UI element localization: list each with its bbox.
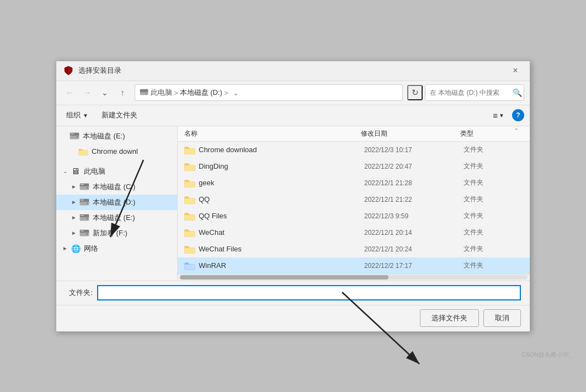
col-header-name[interactable]: 名称 [184,129,361,138]
file-row-wechat[interactable]: WeChat 2022/12/1 20:14 文件夹 [178,224,530,241]
horizontal-scrollbar[interactable] [178,274,530,281]
new-folder-button[interactable]: 新建文件夹 [97,108,142,122]
sidebar-local-e-top-label: 本地磁盘 (E:) [83,131,125,141]
sidebar-local-c-label: 本地磁盘 (C:) [93,182,135,192]
main-content: 本地磁盘 (E:) Chrome downl ⌄ 🖥 此电脑 [56,126,530,281]
file-list: Chrome download 2022/12/3 10:17 文件夹 Ding… [178,142,530,274]
new-vol-f-expand-icon: ► [70,229,78,238]
file-row-qq[interactable]: QQ 2022/12/1 21:22 文件夹 [178,191,530,208]
nav-bar: ← → ⌄ ↑ 此电脑 > 本地磁盘 (D:) > ⌄ ↻ 🔍 [56,81,530,105]
file-type-winrar: 文件夹 [464,261,523,270]
scrollbar-thumb [180,275,388,280]
toolbar: 组织 ▼ 新建文件夹 ≡ ▼ ? [56,105,530,126]
sidebar-item-local-d[interactable]: ► 本地磁盘 (D:) [56,195,177,210]
search-input[interactable] [430,89,513,96]
help-label: ? [516,111,520,119]
sidebar-item-chrome-download[interactable]: Chrome downl [56,144,177,159]
help-button[interactable]: ? [512,109,524,121]
network-icon: 🌐 [71,244,81,253]
sidebar-item-local-c[interactable]: ► 本地磁盘 (C:) [56,179,177,195]
file-name-chrome: Chrome download [199,146,364,154]
search-bar[interactable]: 🔍 [425,84,524,101]
folder-icon-chrome [184,144,195,155]
forward-button[interactable]: → [79,85,95,100]
file-name-geek: geek [199,179,364,187]
refresh-button[interactable]: ↻ [407,85,423,100]
folder-icon-wechat-files [184,244,195,255]
cancel-button[interactable]: 取消 [483,309,521,327]
file-row-winrar[interactable]: WinRAR 2022/12/2 17:17 文件夹 [178,257,530,274]
organize-label: 组织 [66,110,81,120]
select-folder-button[interactable]: 选择文件夹 [420,309,479,327]
sidebar-local-e-label: 本地磁盘 (E:) [93,213,135,223]
file-date-qq-files: 2022/12/3 9:59 [364,212,464,220]
computer-icon: 🖥 [71,167,81,176]
bottom-bar: 文件夹: [56,281,530,305]
close-button[interactable]: × [508,63,523,78]
file-name-winrar: WinRAR [199,261,364,270]
sidebar-network-label: 网络 [84,244,98,254]
col-header-date[interactable]: 修改日期 [361,129,460,138]
file-list-header: ⌃ 名称 修改日期 类型 [178,126,530,142]
file-name-qq: QQ [199,195,364,203]
network-expand-icon: ► [61,244,70,253]
breadcrumb-sep1: > [174,89,178,97]
file-type-chrome: 文件夹 [464,145,523,154]
view-chevron-icon: ▼ [499,112,504,119]
drive-icon-d [79,198,89,207]
dialog: 选择安装目录 × ← → ⌄ ↑ 此电脑 > 本地磁盘 (D:) > ⌄ ↻ [56,61,530,332]
file-row-qq-files[interactable]: QQ Files 2022/12/3 9:59 文件夹 [178,208,530,224]
sidebar-item-network[interactable]: ► 🌐 网络 [56,241,177,256]
folder-icon [78,147,88,156]
file-row-chrome-download[interactable]: Chrome download 2022/12/3 10:17 文件夹 [178,142,530,158]
organize-button[interactable]: 组织 ▼ [62,108,93,122]
sidebar-item-local-e-top[interactable]: 本地磁盘 (E:) [56,128,177,144]
address-bar[interactable]: 此电脑 > 本地磁盘 (D:) > ⌄ [135,84,403,101]
view-button[interactable]: ≡ ▼ [489,109,508,122]
sidebar-item-new-vol-f[interactable]: ► 新加卷 (F:) [56,225,177,241]
folder-icon-qq-files [184,211,195,222]
address-chevron: ⌄ [233,89,239,97]
organize-chevron-icon: ▼ [83,112,88,119]
breadcrumb-sep2: > [224,89,228,97]
file-row-dingding[interactable]: DingDing 2022/12/2 20:47 文件夹 [178,158,530,175]
watermark: CSDN@头疼小宇。 [521,351,575,359]
sidebar-this-pc-label: 此电脑 [84,167,105,176]
sidebar-spacer [56,159,177,164]
sidebar-local-d-label: 本地磁盘 (D:) [93,197,135,207]
svg-point-17 [87,218,88,219]
new-folder-label: 新建文件夹 [102,110,137,120]
svg-rect-14 [81,200,84,201]
folder-icon-dingding [184,161,195,172]
folder-input[interactable] [97,285,521,300]
local-d-expand-icon: ► [70,198,78,207]
sidebar-chrome-download-label: Chrome downl [92,147,138,155]
svg-point-9 [87,187,88,188]
file-row-geek[interactable]: geek 2022/12/1 21:28 文件夹 [178,175,530,191]
sidebar-item-this-pc[interactable]: ⌄ 🖥 此电脑 [56,164,177,179]
svg-rect-22 [81,230,84,232]
sidebar-item-local-e[interactable]: ► 本地磁盘 (E:) [56,210,177,225]
svg-point-13 [87,202,88,203]
scrollbar-track [180,275,528,280]
file-type-wechat-files: 文件夹 [464,244,523,254]
file-row-wechat-files[interactable]: WeChat Files 2022/12/1 20:24 文件夹 [178,241,530,257]
folder-icon-qq [184,194,195,205]
file-type-geek: 文件夹 [464,178,523,187]
folder-icon-geek [184,178,195,189]
scroll-up-icon[interactable]: ⌃ [514,127,519,135]
dialog-title: 选择安装目录 [78,66,508,76]
drive-icon-c [79,182,89,191]
file-date-geek: 2022/12/1 21:28 [364,179,464,187]
up-button[interactable]: ↑ [115,85,130,100]
file-date-wechat: 2022/12/1 20:14 [364,229,464,237]
back-button[interactable]: ← [62,85,77,100]
svg-rect-10 [81,184,84,185]
svg-point-21 [87,233,88,234]
dropdown-button[interactable]: ⌄ [97,85,113,100]
breadcrumb-part1: 此电脑 [151,88,172,98]
svg-point-2 [146,93,147,94]
file-type-qq: 文件夹 [464,195,523,204]
file-type-dingding: 文件夹 [464,162,523,171]
app-icon [63,65,74,76]
